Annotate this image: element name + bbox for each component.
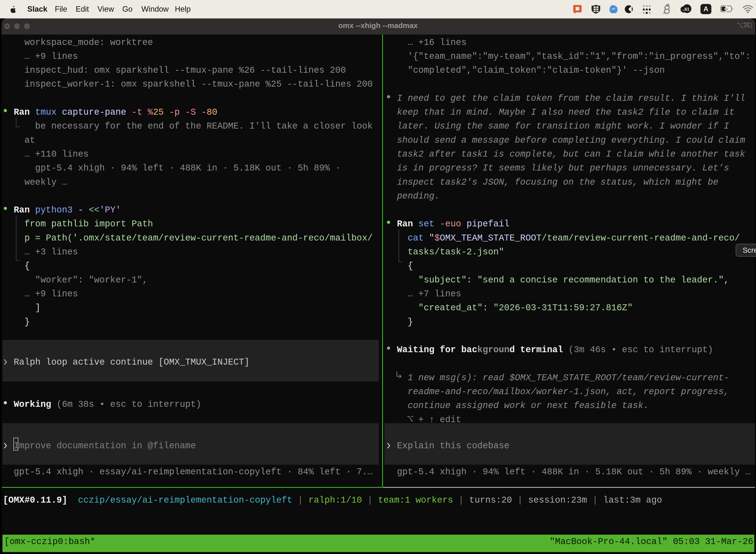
- svg-text:..61: ..61: [682, 7, 689, 12]
- svg-text:1: 1: [750, 21, 752, 29]
